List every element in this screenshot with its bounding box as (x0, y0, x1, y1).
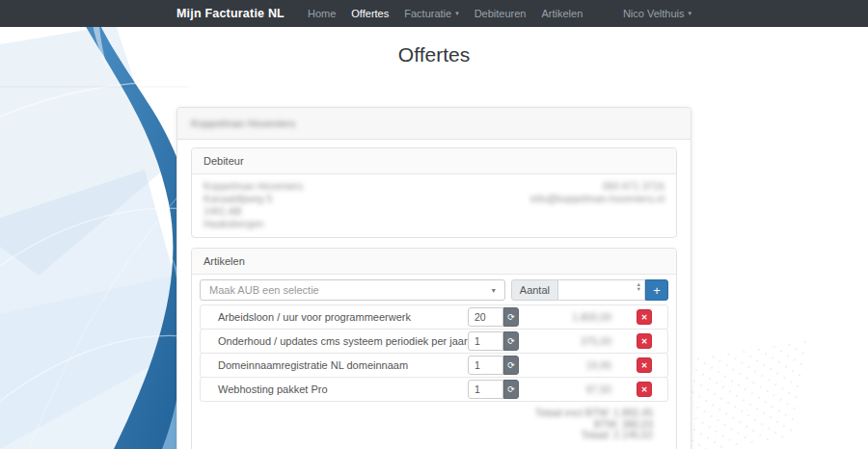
article-price: 1.800,00 (529, 311, 611, 323)
refresh-price-button[interactable]: ⟳ (503, 356, 519, 375)
page-title: Offertes (0, 43, 868, 66)
article-name: Arbeidsloon / uur voor programmeerwerk (218, 311, 468, 323)
article-price: 19,95 (529, 359, 611, 371)
refresh-icon: ⟳ (507, 360, 515, 370)
delete-row-button[interactable]: ✕ (637, 382, 652, 397)
article-row: Webhosting pakket Pro ⟳ 97,50 ✕ (200, 377, 668, 402)
delete-row-button[interactable]: ✕ (637, 333, 652, 349)
offerte-card: Koppelman Hoveniers Debiteur Koppelman H… (176, 107, 692, 449)
nav-links: Home Offertes Facturatie▾ Debiteuren Art… (300, 0, 590, 27)
debiteur-panel: Debiteur Koppelman Hoveniers Kanaaldijwe… (191, 147, 677, 238)
total-incl: Totaal: 2.145,52 (215, 430, 653, 441)
article-row: Arbeidsloon / uur voor programmeerwerk ⟳… (200, 304, 668, 330)
quantity-input[interactable] (468, 356, 503, 375)
debtor-phone: 060 671 3716 (530, 180, 665, 193)
close-icon: ✕ (641, 361, 648, 370)
nav-item-facturatie[interactable]: Facturatie▾ (396, 0, 466, 27)
article-name: Domeinnaamregistratie NL domeinnaam (218, 359, 468, 371)
artikelen-panel-title: Artikelen (192, 249, 676, 275)
aantal-label: Aantal (511, 279, 558, 301)
quantity-input[interactable] (468, 380, 503, 399)
article-select[interactable]: Maak AUB een selectie ▾ (200, 279, 505, 301)
article-price: 97,50 (529, 383, 611, 395)
delete-row-button[interactable]: ✕ (637, 357, 652, 373)
number-spinner[interactable]: ▲ ▼ (637, 282, 641, 292)
article-name: Onderhoud / updates cms systeem periodie… (218, 335, 468, 347)
article-select-placeholder: Maak AUB een selectie (209, 284, 319, 296)
aantal-input-group: Aantal ▲ ▼ + (511, 279, 668, 301)
close-icon: ✕ (641, 313, 648, 322)
nav-item-artikelen[interactable]: Artikelen (534, 0, 591, 27)
customer-name: Koppelman Hoveniers (191, 118, 295, 129)
debtor-email: info@koppelman-hoveniers.nl (530, 193, 665, 205)
add-article-button[interactable]: + (645, 279, 668, 301)
debtor-postcode: 1461 AB (203, 205, 303, 218)
article-row: Domeinnaamregistratie NL domeinnaam ⟳ 19… (200, 353, 668, 378)
refresh-icon: ⟳ (507, 312, 515, 322)
chevron-down-icon: ▾ (688, 10, 692, 17)
user-menu[interactable]: Nico Velthuis ▾ (623, 8, 692, 19)
close-icon: ✕ (641, 385, 648, 394)
nav-item-offertes[interactable]: Offertes (343, 0, 396, 27)
quantity-input[interactable] (468, 307, 503, 327)
totals-block: Totaal excl BTW: 1.892,45 BTW: 380,03 To… (200, 402, 668, 449)
refresh-icon: ⟳ (507, 336, 515, 346)
aantal-input[interactable] (558, 279, 645, 301)
debiteur-panel-title: Debiteur (192, 148, 676, 174)
total-excl-btw: Totaal excl BTW: 1.892,45 (215, 408, 653, 419)
article-price: 375,00 (529, 335, 611, 347)
plus-icon: + (653, 284, 661, 297)
chevron-down-icon: ▾ (492, 286, 496, 295)
article-name: Webhosting pakket Pro (218, 383, 468, 395)
refresh-price-button[interactable]: ⟳ (503, 307, 519, 327)
nav-item-home[interactable]: Home (300, 0, 343, 27)
article-row: Onderhoud / updates cms systeem periodie… (200, 329, 668, 354)
quantity-input[interactable] (468, 331, 503, 351)
debtor-address: Koppelman Hoveniers Kanaaldijweg 5 1461 … (203, 180, 303, 230)
delete-row-button[interactable]: ✕ (637, 309, 652, 325)
spinner-down-icon: ▼ (637, 287, 641, 292)
refresh-price-button[interactable]: ⟳ (503, 331, 519, 351)
debtor-contact: 060 671 3716 info@koppelman-hoveniers.nl (530, 180, 665, 230)
top-navbar: Mijn Facturatie NL Home Offertes Factura… (0, 0, 868, 27)
debtor-street: Kanaaldijweg 5 (203, 193, 303, 205)
brand-logo[interactable]: Mijn Facturatie NL (176, 7, 285, 20)
user-name: Nico Velthuis (623, 8, 685, 19)
artikelen-panel: Artikelen Maak AUB een selectie ▾ Aantal (191, 248, 677, 449)
debtor-city: Haaksbergen (203, 218, 303, 230)
nav-item-debiteuren[interactable]: Debiteuren (467, 0, 534, 27)
offerte-card-header: Koppelman Hoveniers (177, 108, 691, 140)
refresh-price-button[interactable]: ⟳ (503, 380, 519, 399)
chevron-down-icon: ▾ (455, 10, 459, 17)
debtor-name: Koppelman Hoveniers (203, 180, 303, 193)
refresh-icon: ⟳ (507, 384, 515, 394)
close-icon: ✕ (641, 337, 648, 346)
